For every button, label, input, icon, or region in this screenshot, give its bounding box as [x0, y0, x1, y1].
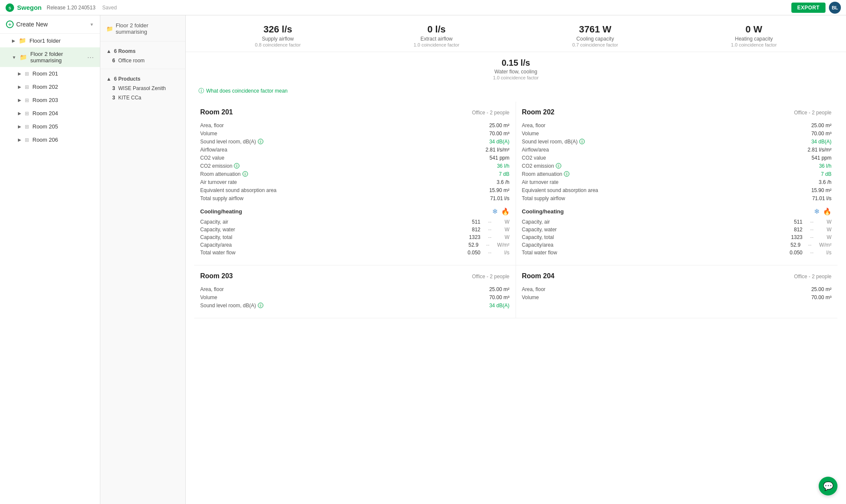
- info-dot-icon[interactable]: i: [242, 171, 248, 177]
- cooling-capacity-factor: 0.7 coincidence factor: [572, 42, 618, 47]
- total-supply-value: 71.01 l/s: [812, 195, 831, 201]
- export-button[interactable]: EXPORT: [791, 3, 826, 13]
- info-dot-icon[interactable]: i: [579, 139, 585, 144]
- sidebar-item-floor1[interactable]: ▶ 📁 Floor1 folder: [0, 34, 100, 47]
- room205-label: Room 205: [32, 123, 94, 130]
- info-circle-icon: ⓘ: [198, 87, 204, 95]
- area-floor-value: 25.00 m²: [811, 122, 831, 128]
- room-204-type: Office - 2 people: [794, 274, 831, 280]
- info-dot-icon[interactable]: i: [258, 139, 263, 144]
- sound-absorption-label: Equivalent sound absorption area: [522, 187, 598, 193]
- sidebar-item-room204[interactable]: ▶ ⊞ Room 204: [0, 107, 100, 120]
- more-options-icon[interactable]: ⋯: [87, 53, 94, 61]
- snowflake-icon: ❄: [814, 207, 820, 216]
- room-row: CO2 emission i 36 l/h: [200, 162, 510, 170]
- total-supply-value: 71.01 l/s: [490, 195, 509, 201]
- air-turnover-label: Air turnover rate: [200, 179, 237, 185]
- user-avatar[interactable]: BL: [829, 2, 841, 14]
- room-row: Area, floor 25.00 m²: [522, 285, 832, 293]
- heating-capacity-value: 0 W: [731, 24, 777, 35]
- cooling-row: Capacity, air 511 -- W: [522, 218, 832, 226]
- rooms-section-title[interactable]: ▲ 6 Rooms: [100, 45, 185, 56]
- capacity-air-val1: 511: [791, 219, 802, 225]
- topbar: S Swegon Release 1.20 240513 Saved EXPOR…: [0, 0, 846, 15]
- room-row: Equivalent sound absorption area 15.90 m…: [200, 186, 510, 194]
- water-flow-label: Water flow, cooling: [186, 69, 846, 75]
- cooling-row: Capacity, water 812 -- W: [522, 226, 832, 233]
- cooling-vals: 511 -- W: [791, 219, 831, 225]
- co2-emission-label: CO2 emission i: [522, 163, 561, 169]
- info-dot-icon[interactable]: i: [556, 163, 561, 169]
- co2-value-label: CO2 value: [522, 155, 546, 161]
- room-row: CO2 emission i 36 l/h: [522, 162, 832, 170]
- cooling-vals: 0.050 -- l/s: [467, 250, 509, 256]
- room-row: Total supply airflow 71.01 l/s: [522, 194, 832, 202]
- sidebar-item-room201[interactable]: ▶ ⊞ Room 201: [0, 67, 100, 80]
- total-water-flow-val1: 0.050: [790, 250, 802, 256]
- cooling-title: Cooling/heating: [200, 208, 242, 215]
- total-water-flow-unit: l/s: [821, 250, 831, 256]
- total-water-flow-unit: l/s: [499, 250, 510, 256]
- room-204-header: Room 204 Office - 2 people: [522, 272, 832, 280]
- area-floor-label: Area, floor: [522, 122, 546, 128]
- office-room-item[interactable]: 6 Office room: [100, 56, 185, 65]
- info-dot-icon[interactable]: i: [258, 303, 263, 308]
- sidebar-item-room206[interactable]: ▶ ⊞ Room 206: [0, 133, 100, 146]
- volume-label: Volume: [522, 294, 539, 300]
- volume-value: 70.00 m³: [489, 131, 509, 137]
- room-row: Airflow/area 2.81 l/s/m²: [522, 146, 832, 154]
- capacity-area-val1: 52.9: [467, 242, 478, 248]
- sidebar-item-room203[interactable]: ▶ ⊞ Room 203: [0, 93, 100, 107]
- info-dot-icon[interactable]: i: [234, 163, 239, 169]
- wise-parasol-item[interactable]: 3 WISE Parasol Zenith: [100, 84, 185, 93]
- topbar-right: EXPORT BL: [791, 2, 841, 14]
- cooling-capacity-value: 3761 W: [572, 24, 618, 35]
- chevron-right-icon: ▶: [18, 71, 21, 76]
- sidebar-item-room202[interactable]: ▶ ⊞ Room 202: [0, 80, 100, 93]
- room-attenuation-label: Room attenuation i: [522, 171, 570, 177]
- info-dot-icon[interactable]: i: [564, 171, 569, 177]
- supply-airflow-stat: 326 l/s Supply airflow 0.8 coincidence f…: [255, 24, 300, 47]
- rooms-collapse-icon: ▲: [106, 48, 111, 54]
- air-turnover-value: 3.6 /h: [496, 179, 509, 185]
- area-floor-value: 25.00 m²: [489, 122, 509, 128]
- kite-cca-item[interactable]: 3 KITE CCa: [100, 93, 185, 102]
- capacity-total-label: Capacity, total: [200, 234, 247, 240]
- supply-airflow-label: Supply airflow: [255, 36, 300, 42]
- room-203-section: Room 203 Office - 2 people Area, floor 2…: [194, 265, 516, 318]
- airflow-area-value: 2.81 l/s/m²: [485, 147, 509, 153]
- snowflake-icon: ❄: [492, 207, 498, 216]
- stats-bar: 326 l/s Supply airflow 0.8 coincidence f…: [186, 15, 846, 52]
- chevron-right-icon: ▶: [18, 124, 21, 129]
- room-202-title: Room 202: [522, 108, 554, 116]
- volume-value: 70.00 m³: [811, 131, 831, 137]
- room201-label: Room 201: [32, 70, 94, 77]
- area-floor-value: 25.00 m²: [811, 286, 831, 292]
- sidebar-item-floor2[interactable]: ▼ 📁 Floor 2 folder summarising ⋯: [0, 47, 100, 67]
- room-attenuation-value: 7 dB: [821, 171, 831, 177]
- cooling-header: Cooling/heating ❄ 🔥: [522, 207, 832, 216]
- room-row: Room attenuation i 7 dB: [200, 170, 510, 178]
- area-floor-value: 25.00 m²: [489, 286, 509, 292]
- sound-level-label: Sound level room, dB(A) i: [522, 139, 585, 145]
- total-water-flow-dash: --: [810, 250, 814, 256]
- main-content: 326 l/s Supply airflow 0.8 coincidence f…: [186, 15, 846, 504]
- kite-label: KITE CCa: [118, 95, 141, 101]
- chat-button[interactable]: 💬: [819, 477, 837, 495]
- products-section-title[interactable]: ▲ 6 Products: [100, 73, 185, 84]
- sidebar: + Create New ▼ ▶ 📁 Floor1 folder ▼ 📁 Flo…: [0, 15, 100, 504]
- capacity-air-label: Capacity, air: [200, 219, 247, 225]
- rooms-grid: Room 201 Office - 2 people Area, floor 2…: [186, 102, 846, 318]
- coincidence-factor-link[interactable]: What does coincidence factor mean: [206, 88, 288, 94]
- sound-level-value: 34 dB(A): [811, 139, 831, 145]
- capacity-air-label: Capacity, air: [522, 219, 569, 225]
- extract-airflow-factor: 1.0 coincidence factor: [414, 42, 459, 47]
- create-new-button[interactable]: + Create New ▼: [0, 15, 100, 34]
- total-supply-label: Total supply airflow: [200, 195, 243, 201]
- sidebar-item-room205[interactable]: ▶ ⊞ Room 205: [0, 120, 100, 133]
- capacity-area-dash: --: [808, 242, 811, 248]
- water-flow-factor: 1.0 coincidence factor: [186, 75, 846, 80]
- water-flow-value: 0.15 l/s: [186, 58, 846, 68]
- co2-value: 541 ppm: [811, 155, 831, 161]
- folder-icon: 📁: [19, 37, 26, 44]
